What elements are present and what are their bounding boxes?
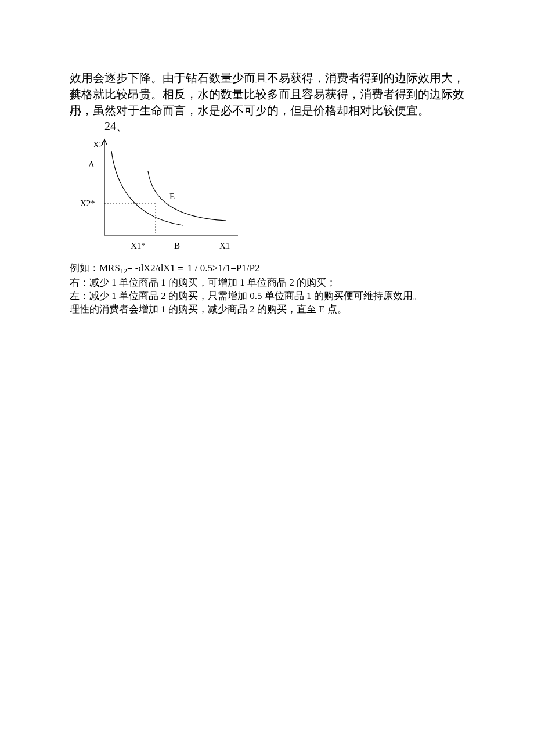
rational-line: 理性的消费者会增加 1 的购买，减少商品 2 的购买，直至 E 点。 [70, 303, 347, 316]
y-axis-label-X2: X2 [93, 140, 103, 150]
mrs-sub: 12 [120, 267, 127, 275]
x-axis-label-X1: X1 [219, 241, 230, 251]
label-X2-star: X2* [80, 199, 95, 208]
label-E: E [169, 192, 175, 201]
page: 效用会逐步下降。由于钻石数量少而且不易获得，消费者得到的边际效用大，其 价格就比… [0, 0, 534, 756]
label-A: A [88, 160, 95, 170]
right-line: 右：减少 1 单位商品 1 的购买，可增加 1 单位商品 2 的购买； [70, 276, 336, 290]
mrs-rest: = -dX2/dX1＝ 1 / 0.5>1/1=P1/P2 [127, 262, 260, 273]
label-B: B [174, 241, 180, 251]
indifference-curve-chart: X2 A X2* E X1* B X1 [70, 131, 255, 253]
left-line: 左：减少 1 单位商品 2 的购买，只需增加 0.5 单位商品 1 的购买便可维… [70, 289, 423, 303]
mrs-prefix: 例如：MRS [70, 262, 120, 273]
para-line3: 小，虽然对于生命而言，水是必不可少的，但是价格却相对比较便宜。 [70, 102, 464, 118]
label-X1-star: X1* [131, 241, 146, 251]
